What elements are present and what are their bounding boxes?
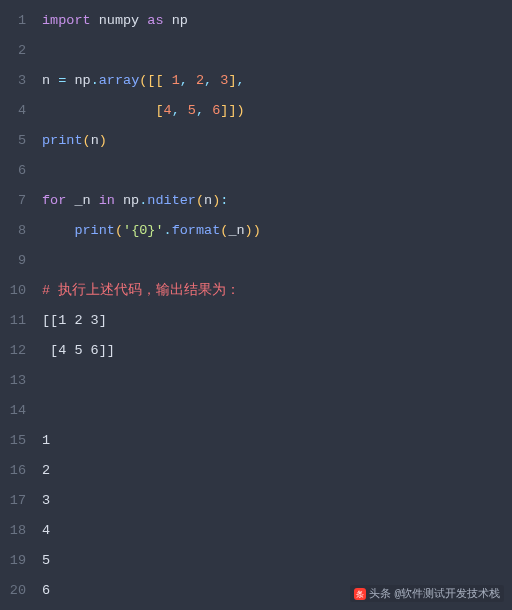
code-line: import numpy as np bbox=[42, 6, 512, 36]
code-line: 2 bbox=[42, 456, 512, 486]
code-line bbox=[42, 396, 512, 426]
token-id: n bbox=[42, 73, 58, 88]
token-op: . bbox=[164, 223, 172, 238]
token-out: 5 bbox=[42, 553, 50, 568]
token-id bbox=[180, 103, 188, 118]
token-fn: print bbox=[74, 223, 115, 238]
code-line: n = np.array([[ 1, 2, 3], bbox=[42, 66, 512, 96]
toutiao-logo-icon bbox=[354, 588, 366, 600]
token-fn: array bbox=[99, 73, 140, 88]
line-number: 3 bbox=[0, 66, 26, 96]
token-pn: ( bbox=[196, 193, 204, 208]
code-line: 3 bbox=[42, 486, 512, 516]
code-line: print('{0}'.format(_n)) bbox=[42, 216, 512, 246]
token-op: : bbox=[220, 193, 228, 208]
code-line bbox=[42, 366, 512, 396]
token-out: 6 bbox=[42, 583, 50, 598]
token-out: 4 bbox=[42, 523, 50, 538]
code-line: [4, 5, 6]]) bbox=[42, 96, 512, 126]
code-line: for _n in np.nditer(n): bbox=[42, 186, 512, 216]
code-line: 5 bbox=[42, 546, 512, 576]
token-id bbox=[42, 103, 155, 118]
token-fn: nditer bbox=[147, 193, 196, 208]
line-number: 6 bbox=[0, 156, 26, 186]
token-id: numpy bbox=[91, 13, 148, 28]
token-pn: ( bbox=[115, 223, 123, 238]
token-id: _n bbox=[228, 223, 244, 238]
token-id: n bbox=[204, 193, 212, 208]
code-line bbox=[42, 36, 512, 66]
line-number-gutter: 1234567891011121314151617181920 bbox=[0, 0, 36, 610]
token-kw: in bbox=[99, 193, 115, 208]
token-out: 3 bbox=[42, 493, 50, 508]
line-number: 16 bbox=[0, 456, 26, 486]
code-line: [4 5 6]] bbox=[42, 336, 512, 366]
token-pn: ) bbox=[99, 133, 107, 148]
token-id: np bbox=[115, 193, 139, 208]
line-number: 13 bbox=[0, 366, 26, 396]
token-out: [[1 2 3] bbox=[42, 313, 107, 328]
token-pn: ([[ bbox=[139, 73, 163, 88]
code-area: import numpy as npn = np.array([[ 1, 2, … bbox=[36, 0, 512, 610]
code-line: print(n) bbox=[42, 126, 512, 156]
token-id: n bbox=[91, 133, 99, 148]
token-num: 5 bbox=[188, 103, 196, 118]
watermark-text: @软件测试开发技术栈 bbox=[394, 586, 500, 601]
token-fn: format bbox=[172, 223, 221, 238]
line-number: 9 bbox=[0, 246, 26, 276]
token-pn: ]]) bbox=[220, 103, 244, 118]
token-kw: import bbox=[42, 13, 91, 28]
token-kw: as bbox=[147, 13, 163, 28]
code-line bbox=[42, 156, 512, 186]
token-num: 2 bbox=[196, 73, 204, 88]
token-op: , bbox=[196, 103, 204, 118]
line-number: 11 bbox=[0, 306, 26, 336]
line-number: 7 bbox=[0, 186, 26, 216]
token-kw: for bbox=[42, 193, 66, 208]
token-id: np bbox=[164, 13, 188, 28]
code-editor: 1234567891011121314151617181920 import n… bbox=[0, 0, 512, 610]
line-number: 20 bbox=[0, 576, 26, 606]
watermark-prefix: 头条 bbox=[369, 586, 391, 601]
token-out: [4 5 6]] bbox=[42, 343, 115, 358]
token-op: , bbox=[180, 73, 188, 88]
line-number: 5 bbox=[0, 126, 26, 156]
line-number: 19 bbox=[0, 546, 26, 576]
token-fn: print bbox=[42, 133, 83, 148]
line-number: 17 bbox=[0, 486, 26, 516]
line-number: 4 bbox=[0, 96, 26, 126]
token-id bbox=[188, 73, 196, 88]
token-id bbox=[204, 103, 212, 118]
code-line: [[1 2 3] bbox=[42, 306, 512, 336]
token-pn: )) bbox=[245, 223, 261, 238]
line-number: 2 bbox=[0, 36, 26, 66]
line-number: 1 bbox=[0, 6, 26, 36]
token-op: . bbox=[91, 73, 99, 88]
token-pn: ] bbox=[228, 73, 236, 88]
code-line bbox=[42, 246, 512, 276]
token-op: , bbox=[237, 73, 245, 88]
code-line: 4 bbox=[42, 516, 512, 546]
token-pn: [ bbox=[155, 103, 163, 118]
token-num: 4 bbox=[164, 103, 172, 118]
token-id: np bbox=[66, 73, 90, 88]
token-id bbox=[164, 73, 172, 88]
token-op: , bbox=[204, 73, 212, 88]
token-pn: ( bbox=[83, 133, 91, 148]
token-op: , bbox=[172, 103, 180, 118]
line-number: 12 bbox=[0, 336, 26, 366]
token-num: 1 bbox=[172, 73, 180, 88]
line-number: 18 bbox=[0, 516, 26, 546]
token-id: _n bbox=[66, 193, 98, 208]
token-out: 2 bbox=[42, 463, 50, 478]
line-number: 8 bbox=[0, 216, 26, 246]
token-out: 1 bbox=[42, 433, 50, 448]
token-cmt: # 执行上述代码，输出结果为： bbox=[42, 283, 240, 298]
code-line: # 执行上述代码，输出结果为： bbox=[42, 276, 512, 306]
token-str: '{0}' bbox=[123, 223, 164, 238]
watermark: 头条 @软件测试开发技术栈 bbox=[350, 585, 504, 602]
line-number: 14 bbox=[0, 396, 26, 426]
token-id bbox=[42, 223, 74, 238]
line-number: 10 bbox=[0, 276, 26, 306]
line-number: 15 bbox=[0, 426, 26, 456]
